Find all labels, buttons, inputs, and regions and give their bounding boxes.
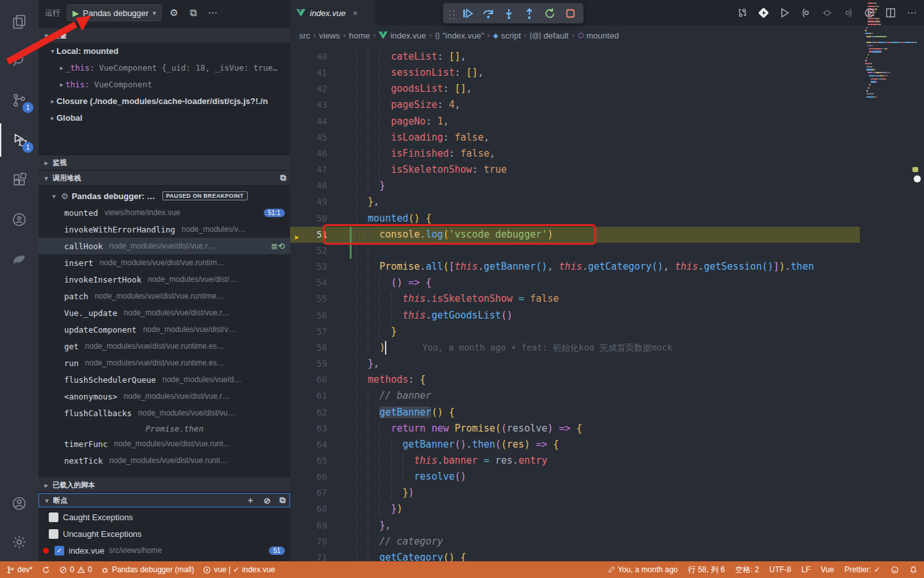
add-breakpoint-icon[interactable]: ＋	[246, 495, 255, 506]
code-line[interactable]: 47 isSkeletonShow: true	[290, 162, 860, 178]
code-line[interactable]: 54 () => {	[290, 275, 860, 291]
code-line[interactable]: 70 // category	[290, 534, 860, 550]
callstack-section-header[interactable]: ▾ 调用堆栈 ⧉	[38, 171, 290, 185]
breadcrumb-item[interactable]: home	[349, 31, 370, 40]
source-control-icon[interactable]: 1	[0, 83, 38, 117]
code-line[interactable]: 43 pageSize: 4,	[290, 97, 860, 113]
code-line[interactable]: 56 this.getGoodsList()	[290, 308, 860, 324]
breakpoint-checkbox[interactable]	[49, 529, 58, 539]
live-share-icon[interactable]	[0, 203, 38, 236]
code-line[interactable]: 40 cateList: [],	[290, 49, 860, 65]
more-actions-icon[interactable]: ⋯	[205, 7, 219, 19]
code-line[interactable]: 63 return new Promise((resolve) => {	[290, 421, 860, 437]
variable-row[interactable]: ▸Closure (./node_modules/cache-loader/di…	[38, 92, 290, 109]
twistie-icon[interactable]: ▸	[49, 114, 56, 121]
code-area[interactable]: 40 cateList: [],41 sessionList: [],42 go…	[290, 45, 924, 561]
breadcrumb-item[interactable]: views	[319, 31, 340, 40]
step-over-button[interactable]	[479, 5, 497, 22]
step-into-button[interactable]	[500, 5, 518, 22]
notifications-bell-icon[interactable]	[909, 566, 918, 574]
breadcrumb-item[interactable]: {}"index.vue"	[435, 31, 484, 40]
variable-row[interactable]: ▸this:VueComponent	[38, 76, 290, 92]
stack-frame-row[interactable]: timerFuncnode_modules/vue/dist/vue.runt…	[38, 435, 290, 452]
debug-console-icon[interactable]: ⧉	[186, 7, 200, 19]
problems-item[interactable]: 0 0	[59, 565, 92, 574]
split-editor-icon[interactable]	[882, 4, 899, 21]
twistie-icon[interactable]: ▾	[49, 48, 56, 55]
language-mode-item[interactable]: Vue	[821, 565, 834, 574]
accounts-icon[interactable]	[0, 487, 38, 520]
breadcrumb-item[interactable]: src	[299, 31, 310, 40]
variables-section-header[interactable]: ▾ 变量	[38, 28, 290, 42]
stack-frame-row[interactable]: getnode_modules/vue/dist/vue.runtime.es…	[38, 338, 290, 355]
code-line[interactable]: 65 this.banner = res.entry	[290, 453, 860, 469]
breadcrumb-item[interactable]: ⬡mounted	[578, 31, 619, 40]
twistie-icon[interactable]: ▸	[58, 81, 65, 88]
twistie-icon[interactable]: ▸	[49, 98, 56, 105]
prettier-item[interactable]: Prettier:✓	[844, 565, 880, 574]
start-debug-icon[interactable]: ▶	[73, 8, 79, 18]
blame-item[interactable]: You, a month ago	[608, 565, 678, 574]
code-line[interactable]: 64 getBanner().then((res) => {	[290, 437, 860, 453]
stack-frame-row[interactable]: callHooknode_modules/vue/dist/vue.r…≣⟲	[38, 238, 290, 254]
indentation-item[interactable]: 空格: 2	[735, 565, 759, 575]
stack-frame-row[interactable]: patchnode_modules/vue/dist/vue.runtime…	[38, 288, 290, 304]
run-file-icon[interactable]	[776, 4, 793, 21]
restart-button[interactable]	[541, 5, 559, 22]
breakpoint-row[interactable]: Uncaught Exceptions	[38, 525, 290, 542]
breakpoint-row[interactable]: Caught Exceptions	[38, 509, 290, 525]
stack-frame-row[interactable]: updateComponentnode_modules/vue/dist/v…	[38, 321, 290, 338]
stack-frame-row[interactable]: invokeInsertHooknode_modules/vue/dist/…	[38, 271, 290, 288]
search-icon[interactable]	[0, 44, 38, 77]
variable-row[interactable]: ▸_this:VueComponent {_uid: 18, _isVue: t…	[38, 59, 290, 76]
stop-button[interactable]	[561, 5, 579, 22]
code-line[interactable]: 60 methods: {	[290, 372, 860, 388]
code-line[interactable]: 67 })	[290, 485, 860, 501]
cursor-position-item[interactable]: 行 58, 列 6	[688, 565, 724, 575]
stack-frame-row[interactable]: Promise.then	[38, 421, 290, 435]
breadcrumb-item[interactable]: [@]default	[530, 31, 569, 40]
configure-gear-icon[interactable]: ⚙	[167, 7, 181, 19]
toolbar-drag-handle[interactable]	[447, 8, 455, 19]
code-line[interactable]: 46 isFinished: false,	[290, 146, 860, 162]
feedback-icon[interactable]	[891, 566, 899, 574]
code-line[interactable]: 57 }	[290, 324, 860, 340]
stack-frame-row[interactable]: flushSchedulerQueuenode_modules/vue/d…	[38, 371, 290, 388]
stack-frame-row[interactable]: Vue._updatenode_modules/vue/dist/vue.r…	[38, 304, 290, 321]
variable-row[interactable]: ▾Local: mounted	[38, 42, 290, 59]
watch-section-header[interactable]: ▸ 监视	[38, 155, 290, 170]
continue-button[interactable]	[459, 5, 477, 22]
navigate-back-icon[interactable]	[798, 4, 814, 21]
step-out-button[interactable]	[520, 5, 538, 22]
git-branch-item[interactable]: dev*	[6, 565, 33, 574]
breadcrumb-item[interactable]: index.vue	[379, 31, 426, 40]
breakpoint-row[interactable]: ✓index.vuesrc/views/home51	[38, 542, 290, 559]
record-icon[interactable]	[819, 4, 835, 21]
encoding-item[interactable]: UTF-8	[769, 565, 791, 574]
code-line[interactable]: 49 },	[290, 194, 860, 210]
code-line[interactable]: 42 goodsList: [],	[290, 81, 860, 97]
navigate-forward-icon[interactable]	[840, 4, 857, 21]
format-document-icon[interactable]	[755, 4, 772, 21]
code-line[interactable]: 44 pageNo: 1,	[290, 114, 860, 130]
launch-config-dropdown[interactable]: ▶ Pandas debugger ▾	[67, 4, 162, 21]
leaf-extension-icon[interactable]	[0, 243, 38, 276]
loaded-scripts-section-header[interactable]: ▸ 已载入的脚本	[38, 478, 290, 492]
code-line[interactable]: 55 this.isSkeletonShow = false	[290, 291, 860, 307]
vetur-item[interactable]: vue | ✓ index.vue	[203, 565, 275, 574]
collapse-all-icon[interactable]: ⧉	[280, 173, 286, 183]
settings-gear-icon[interactable]	[0, 525, 38, 559]
code-line[interactable]: 59 },	[290, 356, 860, 372]
code-line[interactable]: 61 // banner	[290, 388, 860, 404]
stack-frame-row[interactable]: insertnode_modules/vue/dist/vue.runtim…	[38, 254, 290, 271]
code-line[interactable]: 69 },	[290, 518, 860, 534]
code-line[interactable]: 68 })	[290, 501, 860, 517]
explorer-icon[interactable]	[0, 5, 38, 39]
run-and-debug-icon[interactable]: 1	[0, 123, 38, 157]
code-line[interactable]: 53 Promise.all([this.getBanner(), this.g…	[290, 259, 860, 275]
toggle-breakpoints-icon[interactable]: ⊘	[264, 496, 271, 505]
code-line[interactable]: 66 resolve()	[290, 469, 860, 485]
stack-frame-row[interactable]: invokeWithErrorHandlingnode_modules/v…	[38, 221, 290, 238]
stack-frame-row[interactable]: <anonymous>node_modules/vue/dist/vue.r…	[38, 388, 290, 405]
code-line[interactable]: 48 }	[290, 178, 860, 194]
